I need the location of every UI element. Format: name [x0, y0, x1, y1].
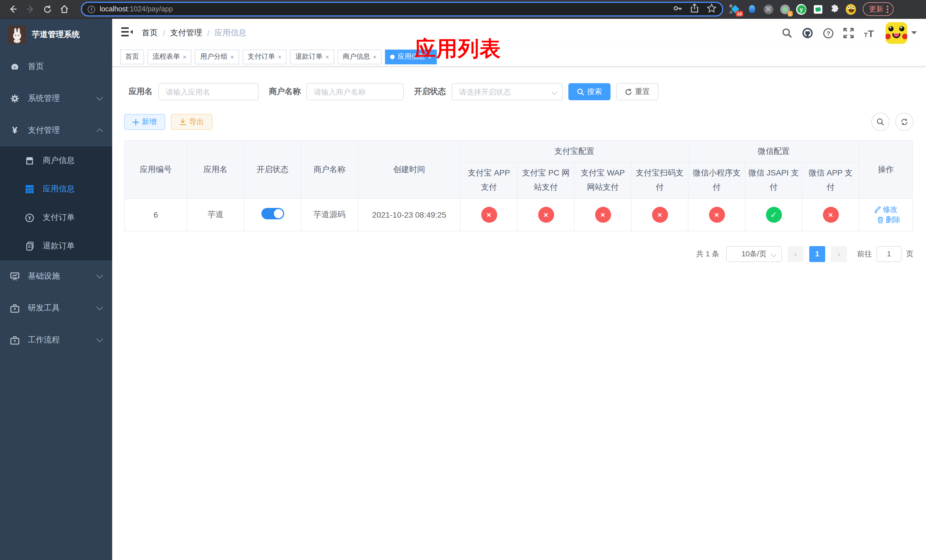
- cell-merchant: 芋道源码: [301, 198, 358, 231]
- sidebar-item-workflow[interactable]: 工作流程: [0, 324, 112, 356]
- svg-text:T: T: [864, 31, 868, 38]
- status-select-input[interactable]: [459, 88, 555, 96]
- font-size-icon[interactable]: TT: [863, 28, 876, 38]
- breadcrumb-payment[interactable]: 支付管理: [170, 28, 202, 38]
- sidebar-item-label: 基础设施: [28, 271, 60, 282]
- address-bar[interactable]: i localhost:1024/pay/app: [81, 2, 723, 17]
- extension-badge: 10: [735, 11, 743, 17]
- table-toolbar: 新增 导出: [124, 113, 914, 131]
- profile-avatar-icon[interactable]: [846, 4, 856, 14]
- status-wx-app-icon: ×: [823, 206, 838, 222]
- sidebar-item-app-info[interactable]: 应用信息: [0, 175, 112, 203]
- status-alipay-wap-icon: ×: [595, 206, 611, 222]
- app-name-input[interactable]: [166, 88, 251, 96]
- refresh-button[interactable]: [895, 113, 914, 131]
- delete-link[interactable]: 删除: [877, 215, 900, 225]
- sidebar-item-label: 退款订单: [43, 241, 75, 251]
- search-icon[interactable]: [782, 28, 792, 38]
- sidebar-item-system[interactable]: 系统管理: [0, 83, 112, 115]
- reload-icon[interactable]: [40, 2, 54, 17]
- site-info-icon[interactable]: i: [88, 5, 95, 13]
- sidebar-item-pay-orders[interactable]: ¥ 支付订单: [0, 203, 112, 232]
- cell-app-id: 6: [124, 198, 187, 231]
- forward-icon[interactable]: [23, 2, 38, 17]
- cell-app-name: 芋道: [187, 198, 244, 231]
- goto-page-input[interactable]: [876, 246, 902, 262]
- add-button[interactable]: 新增: [124, 114, 165, 130]
- dashboard-icon: [10, 62, 20, 71]
- gear-icon: [10, 94, 20, 103]
- extension-command-icon[interactable]: ⌘: [763, 4, 773, 14]
- page-annotation: 应用列表: [415, 35, 501, 63]
- home-icon[interactable]: [57, 2, 72, 17]
- close-icon[interactable]: ×: [373, 53, 377, 60]
- app-table: 应用编号 应用名 开启状态 商户名称 创建时间 支付宝配置 微信配置 操作 支付…: [124, 140, 913, 231]
- tab-process-form[interactable]: 流程表单×: [147, 49, 192, 64]
- password-key-icon[interactable]: [673, 3, 682, 15]
- cell-created-at: 2021-10-23 08:49:25: [358, 198, 460, 231]
- col-alipay-wap: 支付宝 WAP 网站支付: [574, 162, 631, 198]
- close-icon[interactable]: ×: [278, 53, 281, 60]
- edit-link[interactable]: 修改: [874, 204, 897, 215]
- sidebar-item-refund-orders[interactable]: 退款订单: [0, 232, 112, 260]
- status-select[interactable]: [452, 83, 563, 100]
- back-icon[interactable]: [6, 2, 21, 17]
- help-icon[interactable]: ?: [823, 28, 834, 38]
- document-icon: [25, 242, 34, 251]
- tab-home[interactable]: 首页: [120, 49, 144, 64]
- tab-pay-orders[interactable]: 支付订单×: [243, 49, 287, 64]
- yen-circle-icon: ¥: [25, 213, 34, 222]
- payment-submenu: 商户信息 应用信息 ¥ 支付订单: [0, 147, 112, 260]
- group-wechat-config: 微信配置: [688, 141, 859, 162]
- export-button[interactable]: 导出: [171, 114, 212, 130]
- extension-diamond-icon[interactable]: 10: [730, 4, 740, 14]
- fullscreen-icon[interactable]: [843, 28, 854, 38]
- monitor-icon: [10, 272, 20, 281]
- sidebar-item-home[interactable]: 首页: [0, 51, 112, 83]
- tab-user-group[interactable]: 用户分组×: [195, 49, 239, 64]
- bookmark-star-icon[interactable]: [707, 3, 716, 15]
- sidebar-collapse-icon[interactable]: [121, 27, 133, 39]
- reset-button[interactable]: 重置: [616, 83, 658, 100]
- svg-text:T: T: [868, 28, 874, 38]
- next-page-button[interactable]: ›: [831, 246, 847, 262]
- extensions-puzzle-icon[interactable]: [829, 4, 840, 14]
- status-alipay-qr-icon: ×: [652, 206, 668, 222]
- status-wx-mini-icon: ×: [709, 206, 725, 222]
- extension-chat-icon[interactable]: [813, 4, 823, 14]
- toggle-search-button[interactable]: [872, 113, 890, 131]
- sidebar-item-infrastructure[interactable]: 基础设施: [0, 260, 112, 292]
- tab-refund-orders[interactable]: 退款订单×: [290, 49, 334, 64]
- merchant-name-input[interactable]: [314, 88, 396, 96]
- url-text[interactable]: localhost:1024/pay/app: [100, 5, 173, 13]
- extension-recorder-icon[interactable]: 1: [780, 4, 790, 14]
- sidebar-item-label: 系统管理: [28, 94, 60, 104]
- browser-menu-icon[interactable]: [887, 5, 888, 13]
- chevron-up-icon: [97, 129, 103, 135]
- sidebar-item-dev-tools[interactable]: 研发工具: [0, 292, 112, 324]
- group-alipay-config: 支付宝配置: [460, 141, 688, 162]
- chevron-down-icon: [97, 272, 103, 278]
- col-alipay-pc: 支付宝 PC 网站支付: [517, 162, 574, 198]
- page-size-select[interactable]: 10条/页: [726, 246, 782, 262]
- page-1-button[interactable]: 1: [809, 246, 825, 262]
- user-avatar-menu[interactable]: [885, 22, 917, 44]
- close-icon[interactable]: ×: [230, 53, 234, 60]
- share-icon[interactable]: [690, 3, 699, 15]
- enabled-toggle[interactable]: [261, 208, 284, 219]
- extension-balloon-icon[interactable]: [747, 4, 757, 14]
- search-button[interactable]: 搜索: [568, 83, 610, 100]
- sidebar-item-payment[interactable]: ¥ 支付管理: [0, 115, 112, 147]
- github-icon[interactable]: [802, 27, 813, 39]
- chrome-update-button[interactable]: 更新: [863, 2, 894, 16]
- breadcrumb-home[interactable]: 首页: [142, 28, 158, 38]
- sidebar-item-merchant-info[interactable]: 商户信息: [0, 147, 112, 175]
- tab-merchant-info[interactable]: 商户信息×: [338, 49, 382, 64]
- app-logo-row[interactable]: 芋道管理系统: [0, 19, 112, 51]
- grid-icon: [25, 185, 34, 194]
- extension-y-icon[interactable]: y: [796, 4, 806, 14]
- close-icon[interactable]: ×: [183, 53, 186, 60]
- svg-text:¥: ¥: [29, 215, 31, 220]
- close-icon[interactable]: ×: [325, 53, 329, 60]
- prev-page-button[interactable]: ‹: [788, 246, 803, 262]
